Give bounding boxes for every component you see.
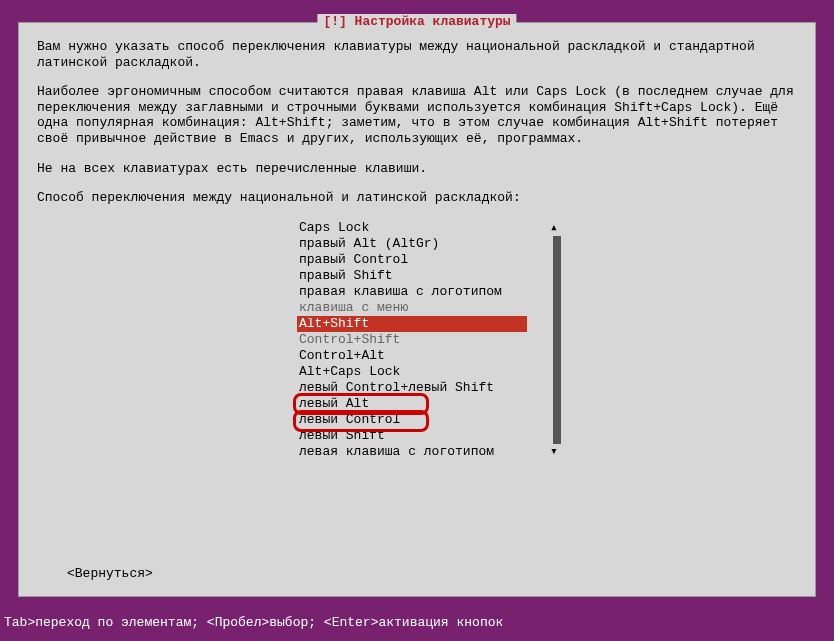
- option-2[interactable]: правый Control: [297, 252, 547, 268]
- option-12[interactable]: левый Control: [297, 412, 547, 428]
- intro-text-1: Вам нужно указать способ переключения кл…: [37, 39, 797, 70]
- scroll-down-icon[interactable]: ▾: [547, 444, 561, 460]
- option-0[interactable]: Caps Lock: [297, 220, 547, 236]
- option-9[interactable]: Alt+Caps Lock: [297, 364, 547, 380]
- option-10[interactable]: левый Control+левый Shift: [297, 380, 547, 396]
- intro-text-2: Наиболее эргономичным способом считаются…: [37, 84, 797, 146]
- scroll-up-icon[interactable]: ▴: [547, 220, 561, 236]
- option-13[interactable]: левый Shift: [297, 428, 547, 444]
- option-14[interactable]: левая клавиша с логотипом: [297, 444, 547, 460]
- option-6[interactable]: Alt+Shift: [297, 316, 527, 332]
- intro-text-3: Не на всех клавиатурах есть перечисленны…: [37, 161, 797, 177]
- status-bar: Tab>переход по элементам; <Пробел>выбор;…: [0, 615, 834, 631]
- dialog-title: [!] Настройка клавиатуры: [317, 14, 516, 30]
- option-4[interactable]: правая клавиша с логотипом: [297, 284, 547, 300]
- option-7[interactable]: Control+Shift: [297, 332, 547, 348]
- scrollbar-track[interactable]: [553, 236, 561, 444]
- option-8[interactable]: Control+Alt: [297, 348, 547, 364]
- dialog-content: Вам нужно указать способ переключения кл…: [19, 23, 815, 468]
- back-button[interactable]: <Вернуться>: [67, 566, 153, 582]
- layout-switch-listbox[interactable]: ▴ ▾ Caps Lockправый Alt (AltGr)правый Co…: [297, 220, 547, 460]
- option-5[interactable]: клавиша с меню: [297, 300, 547, 316]
- prompt-label: Способ переключения между национальной и…: [37, 190, 797, 206]
- option-3[interactable]: правый Shift: [297, 268, 547, 284]
- option-1[interactable]: правый Alt (AltGr): [297, 236, 547, 252]
- keyboard-config-dialog: [!] Настройка клавиатуры Вам нужно указа…: [18, 22, 816, 597]
- option-11[interactable]: левый Alt: [297, 396, 547, 412]
- status-text: Tab>переход по элементам; <Пробел>выбор;…: [4, 615, 503, 630]
